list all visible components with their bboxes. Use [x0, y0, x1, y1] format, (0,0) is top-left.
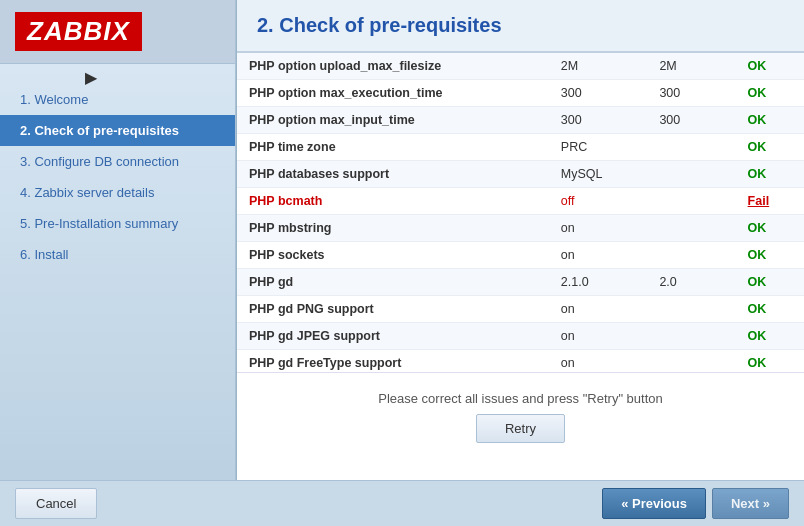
- table-row: PHP option max_input_time300300OK: [237, 107, 804, 134]
- req-status: OK: [736, 323, 804, 350]
- req-name: PHP gd FreeType support: [237, 350, 549, 374]
- req-required: [647, 188, 735, 215]
- req-status: OK: [736, 80, 804, 107]
- req-name: PHP time zone: [237, 134, 549, 161]
- req-current: on: [549, 350, 648, 374]
- table-row: PHP databases supportMySQLOK: [237, 161, 804, 188]
- sidebar-item-server[interactable]: 4. Zabbix server details: [0, 177, 235, 208]
- req-required: 300: [647, 80, 735, 107]
- table-row: PHP time zonePRCOK: [237, 134, 804, 161]
- req-required: [647, 242, 735, 269]
- req-name: PHP gd: [237, 269, 549, 296]
- req-current: PRC: [549, 134, 648, 161]
- req-name: PHP option max_execution_time: [237, 80, 549, 107]
- message-area: Please correct all issues and press "Ret…: [237, 373, 804, 453]
- main-content: 2. Check of pre-requisites PHP option up…: [236, 0, 804, 526]
- req-current: on: [549, 215, 648, 242]
- req-status: OK: [736, 296, 804, 323]
- logo-area: ZABBIX: [0, 0, 235, 64]
- req-current: on: [549, 296, 648, 323]
- sidebar-item-welcome[interactable]: 1. Welcome: [0, 84, 235, 115]
- req-status: Fail: [736, 188, 804, 215]
- req-name: PHP option upload_max_filesize: [237, 53, 549, 80]
- req-name: PHP bcmath: [237, 188, 549, 215]
- req-required: [647, 323, 735, 350]
- table-row: PHP socketsonOK: [237, 242, 804, 269]
- req-current: off: [549, 188, 648, 215]
- req-status: OK: [736, 269, 804, 296]
- sidebar-item-summary[interactable]: 5. Pre-Installation summary: [0, 208, 235, 239]
- cancel-button[interactable]: Cancel: [15, 488, 97, 519]
- req-name: PHP mbstring: [237, 215, 549, 242]
- table-row: PHP bcmathoffFail: [237, 188, 804, 215]
- sidebar-item-install[interactable]: 6. Install: [0, 239, 235, 270]
- req-name: PHP gd JPEG support: [237, 323, 549, 350]
- nav-buttons: « Previous Next »: [602, 488, 789, 519]
- req-current: 300: [549, 80, 648, 107]
- next-button[interactable]: Next »: [712, 488, 789, 519]
- req-required: [647, 350, 735, 374]
- req-current: 2M: [549, 53, 648, 80]
- req-current: on: [549, 242, 648, 269]
- table-row: PHP option upload_max_filesize2M2MOK: [237, 53, 804, 80]
- req-current: 2.1.0: [549, 269, 648, 296]
- req-status: OK: [736, 107, 804, 134]
- req-current: on: [549, 323, 648, 350]
- req-status: OK: [736, 242, 804, 269]
- retry-message: Please correct all issues and press "Ret…: [257, 391, 784, 406]
- req-required: 2M: [647, 53, 735, 80]
- req-status: OK: [736, 53, 804, 80]
- req-current: MySQL: [549, 161, 648, 188]
- req-status: OK: [736, 215, 804, 242]
- req-current: 300: [549, 107, 648, 134]
- req-required: [647, 134, 735, 161]
- table-row: PHP gd PNG supportonOK: [237, 296, 804, 323]
- req-status: OK: [736, 134, 804, 161]
- req-required: [647, 296, 735, 323]
- prereq-table-container[interactable]: PHP option upload_max_filesize2M2MOKPHP …: [237, 53, 804, 373]
- req-required: 2.0: [647, 269, 735, 296]
- req-required: 300: [647, 107, 735, 134]
- previous-button[interactable]: « Previous: [602, 488, 706, 519]
- sidebar: ZABBIX 1. Welcome 2. Check of pre-requis…: [0, 0, 236, 526]
- prereq-table: PHP option upload_max_filesize2M2MOKPHP …: [237, 53, 804, 373]
- table-row: PHP gd2.1.02.0OK: [237, 269, 804, 296]
- req-name: PHP option max_input_time: [237, 107, 549, 134]
- table-row: PHP mbstringonOK: [237, 215, 804, 242]
- req-name: PHP databases support: [237, 161, 549, 188]
- nav-list: 1. Welcome 2. Check of pre-requisites 3.…: [0, 64, 235, 290]
- table-row: PHP gd FreeType supportonOK: [237, 350, 804, 374]
- req-required: [647, 215, 735, 242]
- req-required: [647, 161, 735, 188]
- req-status: OK: [736, 161, 804, 188]
- page-title: 2. Check of pre-requisites: [257, 14, 784, 37]
- sidebar-item-db[interactable]: 3. Configure DB connection: [0, 146, 235, 177]
- req-status: OK: [736, 350, 804, 374]
- page-header: 2. Check of pre-requisites: [237, 0, 804, 53]
- bottom-bar: Cancel « Previous Next »: [0, 480, 804, 526]
- req-name: PHP sockets: [237, 242, 549, 269]
- sidebar-item-prereq[interactable]: 2. Check of pre-requisites: [0, 115, 235, 146]
- retry-button[interactable]: Retry: [476, 414, 565, 443]
- table-row: PHP option max_execution_time300300OK: [237, 80, 804, 107]
- req-name: PHP gd PNG support: [237, 296, 549, 323]
- table-row: PHP gd JPEG supportonOK: [237, 323, 804, 350]
- logo: ZABBIX: [15, 12, 142, 51]
